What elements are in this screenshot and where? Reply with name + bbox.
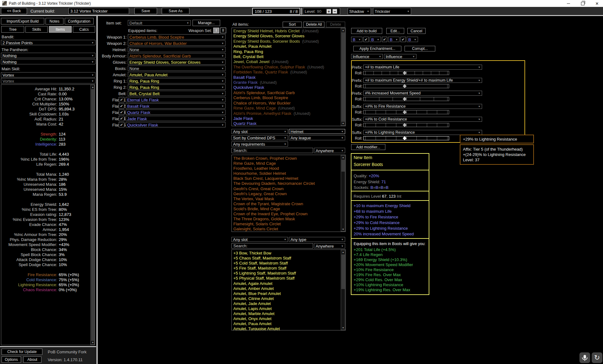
level-minus-button[interactable]: −: [332, 9, 337, 14]
slot-select[interactable]: Ring, Paua Ring▼: [128, 78, 225, 83]
roll-slider[interactable]: [363, 84, 449, 88]
list-item[interactable]: Granite Flask (Unused): [232, 80, 345, 85]
flask-checkbox[interactable]: ✔: [119, 110, 124, 115]
unique-item[interactable]: Flamesight, Solaris Circlet: [232, 222, 345, 227]
flask-checkbox[interactable]: ✔: [119, 116, 124, 121]
delete-button[interactable]: Delete: [326, 22, 345, 27]
delete-all-button[interactable]: Delete All: [303, 22, 324, 27]
unique-item[interactable]: Crown of the Tyrant, Magistrate Crown: [232, 201, 345, 206]
configuration-button[interactable]: Configuration: [65, 18, 94, 24]
list-item[interactable]: Cerberus Limb, Blood Sceptre: [232, 95, 345, 100]
scroll-down-icon[interactable]: ▼: [91, 341, 95, 344]
socket-select[interactable]: B▼: [351, 37, 362, 42]
bases-search-input[interactable]: Search:: [231, 243, 313, 249]
list-item[interactable]: Basalt Flask: [232, 75, 345, 80]
base-type-filter-select[interactable]: Any type▼: [289, 237, 345, 242]
slot-select[interactable]: Atziri's Splendour, Sacrificial Garb▼: [128, 53, 225, 58]
list-item[interactable]: Chalice of Horrors, War Buckler: [232, 101, 345, 106]
type-filter-select[interactable]: Helmet▼: [289, 129, 345, 134]
apply-enchantment-button[interactable]: Apply Enchantment...: [353, 46, 401, 51]
sort-filter-select[interactable]: Sort by Combined DPS▼: [231, 135, 288, 140]
unique-item[interactable]: Honourhome, Soldier Helmet: [232, 171, 345, 176]
unique-item[interactable]: Black Sun Crest, Lacquered Helmet: [232, 176, 345, 181]
list-item[interactable]: Quicksilver Flask: [232, 85, 345, 90]
scroll-up-icon[interactable]: ▲: [341, 29, 345, 32]
roll-slider[interactable]: [363, 71, 449, 75]
base-item[interactable]: +5 Physical Staff, Maelstrom Staff: [232, 276, 345, 281]
base-item[interactable]: Amulet, Lapis Amulet: [232, 306, 345, 311]
slot-select[interactable]: Belt, Crystal Belt▼: [128, 91, 225, 96]
tab-calcs[interactable]: Calcs: [73, 26, 95, 33]
unique-item[interactable]: Crown of the Inward Eye, Prophet Crown: [232, 211, 345, 217]
unique-item[interactable]: Scold's Bridle, Mind Cage: [232, 206, 345, 211]
slot-select[interactable]: None▼: [128, 47, 225, 52]
influence-2-select[interactable]: Influence▼: [384, 54, 416, 59]
sort-button[interactable]: Sort: [283, 22, 302, 27]
mod-select[interactable]: +#% to Cold Resistance▼: [363, 117, 482, 122]
back-button[interactable]: << Back: [1, 8, 27, 14]
unique-item[interactable]: The Vertex, Vaal Mask: [232, 196, 345, 201]
mod-select[interactable]: +# to maximum Energy Shield/+# to maximu…: [363, 78, 482, 83]
scroll-down-icon[interactable]: ▼: [341, 228, 345, 231]
slot-select[interactable]: Energy Shield Gloves, Sorcerer Gloves▼: [128, 59, 225, 65]
scroll-down-icon[interactable]: ▼: [341, 326, 345, 329]
edit-button[interactable]: Edit...: [386, 28, 404, 34]
all-items-scrollbar[interactable]: ▲ ▼: [341, 28, 345, 126]
list-item[interactable]: Energy Shield Boots, Sorcerer Boots (Unu…: [232, 39, 345, 44]
list-item[interactable]: Forbidden Taste, Quartz Flask (Unused): [232, 70, 345, 75]
restore-button[interactable]: [577, 0, 588, 7]
roll-slider[interactable]: [363, 110, 449, 114]
weapon-set-2-button[interactable]: II: [220, 28, 226, 33]
socket-select[interactable]: B▼: [388, 37, 399, 42]
base-item[interactable]: Amulet, Onyx Amulet: [232, 316, 345, 321]
socket-link-checkbox[interactable]: ✔: [363, 37, 369, 42]
list-item[interactable]: Atziri's Splendour, Sacrificial Garb: [232, 90, 345, 95]
roll-slider[interactable]: [363, 136, 449, 140]
tab-skills[interactable]: Skills: [25, 26, 48, 33]
list-item[interactable]: Energy Shield Helmet, Hubris Circlet (Un…: [232, 29, 345, 34]
unique-item[interactable]: The Devouring Diadem, Necromancer Circle…: [232, 181, 345, 186]
scroll-up-icon[interactable]: ▲: [341, 250, 345, 254]
slot-filter-select[interactable]: Any slot▼: [231, 129, 288, 134]
tab-tree[interactable]: Tree: [1, 26, 24, 33]
uniques-search-input[interactable]: Search:: [231, 148, 313, 153]
bandit-select[interactable]: 2 Passive Points▼: [1, 40, 95, 45]
list-item[interactable]: Atziri's Promise, Amethyst Flask (Unused…: [232, 111, 345, 116]
scroll-up-icon[interactable]: ▲: [341, 156, 345, 159]
tab-items[interactable]: Items: [49, 26, 72, 33]
build-name-input[interactable]: 3.12 Vortex Trickster: [68, 8, 129, 14]
level-plus-button[interactable]: +: [326, 9, 331, 14]
list-item[interactable]: The Overflowing Chalice, Sulphur Flask (…: [232, 65, 345, 70]
class-select[interactable]: Shadow▼: [348, 8, 371, 15]
base-item[interactable]: Amulet, Blue Pearl Amulet: [232, 291, 345, 296]
mod-select[interactable]: +#% to Lightning Resistance▼: [363, 130, 482, 135]
base-item[interactable]: +3 Bow, Thicket Bow: [232, 251, 345, 256]
pantheon-major-select[interactable]: Nothing▼: [1, 53, 95, 58]
unique-item[interactable]: Geofri's Legacy, Great Crown: [232, 191, 345, 196]
about-button[interactable]: About: [23, 356, 41, 363]
flask-checkbox[interactable]: ✔: [119, 103, 124, 109]
list-item[interactable]: Jewel, Cobalt Jewel (Unused): [232, 59, 345, 64]
base-item[interactable]: +5 Chaos Staff, Maelstrom Staff: [232, 256, 345, 261]
corrupt-button[interactable]: Corrupt...: [405, 46, 435, 51]
flask-checkbox[interactable]: ✔: [119, 97, 124, 102]
slot-select[interactable]: None▼: [128, 66, 225, 71]
list-item[interactable]: Belt, Crystal Belt: [232, 54, 345, 59]
uniques-scrollbar[interactable]: ▲ ▼: [341, 155, 345, 232]
league-filter-select[interactable]: Any league▼: [289, 135, 345, 140]
add-modifier-button[interactable]: Add modifier...: [351, 144, 385, 150]
slot-select[interactable]: Eternal Life Flask▼: [126, 97, 225, 102]
slot-select[interactable]: Cerberus Limb, Blood Sceptre▼: [128, 34, 225, 40]
microphone-button[interactable]: [579, 352, 590, 363]
refresh-button[interactable]: ↻: [592, 352, 602, 363]
unique-item[interactable]: Frostferno, Leather Hood: [232, 166, 345, 171]
socket-link-checkbox[interactable]: ✔: [382, 37, 387, 42]
main-skill-select[interactable]: Vortex▼: [1, 72, 95, 78]
unique-item[interactable]: Galesight, Solaris Circlet: [232, 227, 345, 232]
slot-select[interactable]: Quicksilver Flask▼: [126, 122, 225, 127]
slot-select[interactable]: Jade Flask▼: [126, 116, 225, 121]
options-button[interactable]: Options: [2, 356, 21, 363]
base-item[interactable]: Amulet, Amber Amulet: [232, 286, 345, 291]
base-item[interactable]: Amulet, Agate Amulet: [232, 281, 345, 286]
bases-scrollbar[interactable]: ▲ ▼: [341, 250, 345, 330]
